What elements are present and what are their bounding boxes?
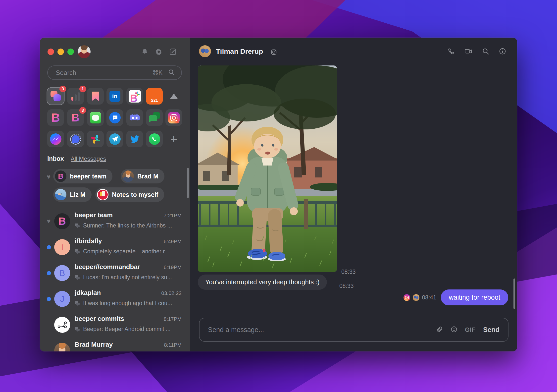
chat-time: 6:19PM [164,264,182,270]
collapse-networks-button[interactable] [165,88,182,105]
contact-avatar[interactable] [199,45,211,57]
chat-name: beeper commits [75,315,124,323]
call-phone-icon[interactable] [448,48,455,56]
outgoing-message-bubble[interactable]: waiting for reboot [441,289,508,305]
search-in-chat-icon[interactable] [482,48,489,56]
chat-network-icon [75,327,80,332]
network-filter-beeper-chats[interactable]: 3 [47,88,64,105]
network-filter-whatsapp[interactable] [146,131,163,147]
chat-network-icon [75,301,80,306]
outgoing-message-text: waiting for reboot [449,294,500,301]
beeper-team-avatar: B [55,170,66,182]
chat-row-beeper-team[interactable]: ♥ B beeper team 7:21PM Sumner: The links… [40,208,190,234]
s21-label: S21 [146,98,163,103]
chat-time: 7:21PM [164,213,182,219]
twitter-icon [130,135,140,144]
linkedin-icon: in [109,91,120,102]
search-bar: ⌘K [47,65,182,80]
chat-info-icon[interactable] [499,48,506,56]
beeper-window: ⌘K 3 1 in [40,38,517,351]
unread-badge: 3 [79,107,86,114]
network-filter-discord[interactable] [126,109,143,126]
telegram-icon [109,133,121,145]
network-filter-linkedin[interactable]: in [106,88,123,105]
favorite-chat-beeper-team[interactable]: B beeper team [53,169,112,183]
user-avatar[interactable] [78,45,91,58]
beeper-chats-icon [50,91,61,102]
network-filter-telegram[interactable] [106,131,123,147]
chat-row-beeper-commandbar[interactable]: B beeper//commandbar 6:19PM Lucas: I'm a… [40,260,190,286]
chat-preview: Lucas: I'm actually not entirely su... [83,274,172,281]
unread-dot [47,297,51,301]
search-input[interactable] [56,69,152,77]
brad-m-avatar [122,170,134,182]
git-commit-icon [57,321,67,329]
compose-new-chat-icon[interactable] [169,48,177,56]
add-network-button[interactable]: + [165,131,182,147]
chevron-up-icon [170,94,178,99]
message-composer: GIF Send [199,318,508,342]
gif-button[interactable]: GIF [465,326,476,333]
network-filter-low-priority[interactable]: 1 [67,88,84,105]
network-filter-imessage[interactable] [87,109,104,126]
attachment-paperclip-icon[interactable] [436,326,443,334]
unread-dot [47,271,51,275]
imessage-icon [90,112,101,123]
settings-gear-icon[interactable] [155,48,163,56]
network-filter-beeper[interactable]: B [47,109,64,126]
favorites-heart-icon: ♥ [47,173,51,181]
chat-row-jdkaplan[interactable]: J jdkaplan 03.02.22 It was long enough a… [40,286,190,312]
chat-time: 8:11PM [164,342,182,348]
network-filter-sms[interactable] [106,109,123,126]
video-call-icon[interactable] [464,48,472,56]
notifications-bell-icon[interactable] [141,48,149,56]
zoom-window-button[interactable] [67,49,74,55]
chat-avatar: I [54,239,70,255]
search-icon[interactable] [168,69,175,77]
network-filter-beeper-unread[interactable]: B 3 [67,109,84,126]
network-filter-instagram[interactable] [165,109,182,126]
chat-row-brad-murray[interactable]: Brad Murray 8:11PM [40,338,190,351]
chat-avatar [54,317,70,333]
network-filter-s21[interactable]: S21 [146,88,163,105]
send-button[interactable]: Send [483,326,500,334]
minimize-window-button[interactable] [57,49,64,55]
chat-avatar: B [54,213,70,229]
inbox-label: Inbox [47,155,64,162]
search-shortcut: ⌘K [152,69,162,76]
network-filter-bookmarks[interactable] [87,88,104,105]
favorite-chat-brad-m[interactable]: Brad M [121,169,164,183]
chat-row-beeper-commits[interactable]: beeper commits 8:17PM Beeper: Beeper And… [40,312,190,338]
beeper-icon: B [72,112,80,123]
all-messages-link[interactable]: All Messages [71,155,106,162]
network-filter-signal[interactable] [67,131,84,147]
messenger-icon [50,133,61,145]
network-filter-messenger[interactable] [47,131,64,147]
network-filter-slack[interactable] [87,131,104,147]
favorite-chat-notes-to-myself[interactable]: Notes to myself [95,187,164,202]
network-filter-twitter[interactable] [126,131,143,147]
beeper-icon: B [51,112,60,124]
close-window-button[interactable] [48,49,54,55]
incoming-message-bubble[interactable]: You've interrupted very deep thoughts :) [198,275,327,290]
message-timestamp: 08:33 [341,269,356,275]
signal-icon [70,134,81,145]
network-filter-google-chat[interactable] [146,109,163,126]
chat-row-ifbirdsfly[interactable]: I ifbirdsfly 6:49PM Completely separate.… [40,234,190,260]
favorite-chat-liz-m[interactable]: Liz M [53,187,92,202]
photo-message[interactable] [198,65,337,272]
network-filter-beeper-slack[interactable]: B [126,88,143,105]
sidebar-scrollbar[interactable] [187,168,189,198]
message-input[interactable] [208,326,429,334]
instagram-receipt-icon [404,294,410,301]
outgoing-timestamp: 08:41 [422,294,436,301]
unread-dot [47,245,51,249]
chat-scrollbar[interactable] [513,279,515,309]
emoji-icon[interactable] [451,326,457,334]
favorite-label: beeper team [70,173,106,180]
chat-time: 6:49PM [164,238,182,244]
favorite-label: Liz M [70,191,86,198]
chat-preview: Beeper: Beeper Android commit ... [83,326,171,333]
chat-network-icon [75,223,80,228]
sidebar: ⌘K 3 1 in [40,38,190,351]
